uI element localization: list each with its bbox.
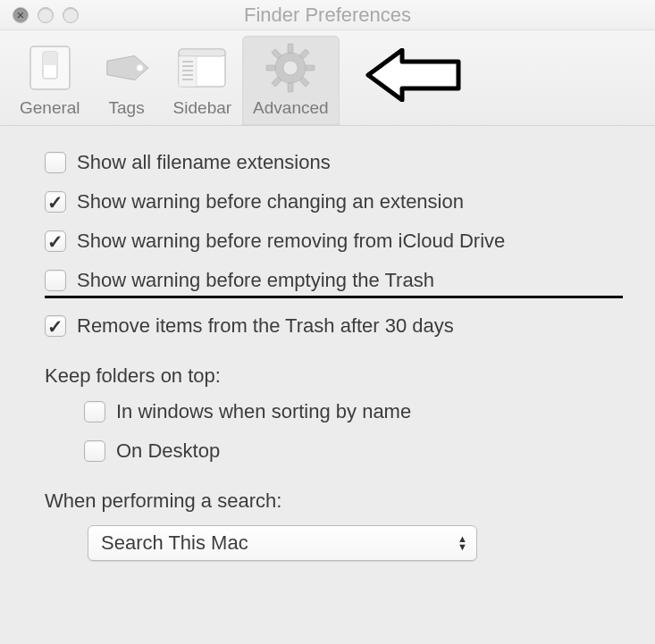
- option-on-desktop: On Desktop: [84, 439, 623, 463]
- option-show-extensions: Show all filename extensions: [45, 151, 623, 174]
- search-scope-dropdown[interactable]: Search This Mac ▲▼: [88, 525, 477, 561]
- folders-heading: Keep folders on top:: [45, 364, 623, 388]
- label-show-extensions: Show all filename extensions: [77, 151, 331, 174]
- window-controls: [13, 7, 79, 23]
- tab-advanced[interactable]: Advanced: [242, 36, 340, 125]
- label-warn-trash: Show warning before emptying the Trash: [77, 269, 434, 292]
- tag-icon: [102, 43, 152, 93]
- option-remove-30days: Remove items from the Trash after 30 day…: [45, 314, 623, 338]
- close-button[interactable]: [13, 7, 29, 23]
- svg-rect-5: [179, 49, 225, 56]
- preferences-toolbar: General Tags Sidebar: [0, 30, 655, 126]
- svg-rect-13: [288, 44, 293, 53]
- option-warn-extension: Show warning before changing an extensio…: [45, 190, 623, 213]
- preferences-content: Show all filename extensions Show warnin…: [0, 126, 655, 579]
- svg-point-21: [283, 61, 298, 75]
- svg-point-3: [137, 65, 143, 71]
- tab-general[interactable]: General: [9, 36, 91, 125]
- checkbox-on-desktop[interactable]: [84, 440, 105, 462]
- tab-tags-label: Tags: [109, 98, 145, 118]
- svg-rect-15: [266, 65, 275, 71]
- svg-rect-2: [43, 52, 57, 65]
- option-in-windows: In windows when sorting by name: [84, 400, 623, 423]
- checkbox-show-extensions[interactable]: [45, 152, 66, 173]
- chevron-updown-icon: ▲▼: [458, 535, 467, 551]
- minimize-button[interactable]: [38, 7, 54, 23]
- checkbox-warn-extension[interactable]: [45, 191, 66, 213]
- svg-rect-16: [306, 65, 315, 71]
- label-warn-extension: Show warning before changing an extensio…: [77, 190, 464, 213]
- zoom-button[interactable]: [63, 7, 79, 23]
- checkbox-in-windows[interactable]: [84, 401, 105, 422]
- window-title: Finder Preferences: [0, 4, 655, 27]
- tab-sidebar-label: Sidebar: [173, 98, 232, 118]
- label-on-desktop: On Desktop: [116, 439, 220, 463]
- search-scope-value: Search This Mac: [101, 531, 248, 555]
- option-warn-icloud: Show warning before removing from iCloud…: [45, 230, 623, 253]
- gear-icon: [265, 43, 315, 93]
- svg-rect-6: [179, 56, 197, 87]
- label-in-windows: In windows when sorting by name: [116, 400, 411, 423]
- checkbox-warn-icloud[interactable]: [45, 230, 66, 252]
- tab-general-label: General: [20, 98, 80, 118]
- option-warn-trash: Show warning before emptying the Trash: [45, 269, 623, 298]
- checkbox-remove-30days[interactable]: [45, 315, 66, 337]
- tab-sidebar[interactable]: Sidebar: [163, 36, 243, 125]
- label-warn-icloud: Show warning before removing from iCloud…: [77, 230, 505, 253]
- svg-rect-14: [288, 83, 293, 92]
- switch-icon: [25, 43, 75, 93]
- arrow-annotation-icon: [365, 48, 463, 105]
- search-heading: When performing a search:: [45, 489, 623, 513]
- sidebar-icon: [177, 43, 227, 93]
- checkbox-warn-trash[interactable]: [45, 270, 66, 291]
- tab-tags[interactable]: Tags: [91, 36, 163, 125]
- label-remove-30days: Remove items from the Trash after 30 day…: [77, 314, 454, 338]
- tab-advanced-label: Advanced: [253, 98, 329, 118]
- titlebar: Finder Preferences: [0, 0, 655, 30]
